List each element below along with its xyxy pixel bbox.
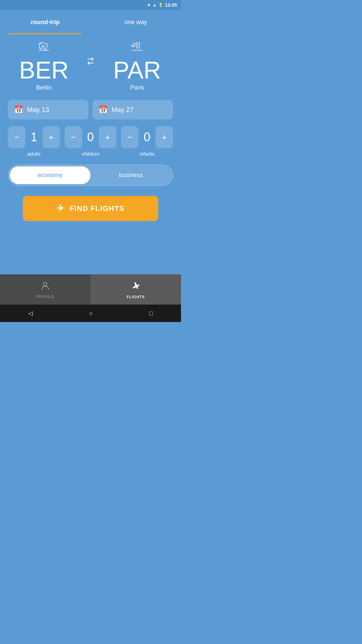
departure-date-label: May 13	[27, 106, 49, 114]
android-nav-bar: ◁ ○ □	[0, 305, 181, 322]
trip-type-tabs: round-trip one way	[0, 10, 181, 34]
children-label: children	[82, 151, 100, 157]
wifi-icon: ▼	[146, 3, 151, 8]
back-button[interactable]: ◁	[28, 310, 33, 317]
adults-counter: − 1 +	[8, 126, 60, 148]
infants-count: 0	[138, 130, 156, 144]
origin-name: Berlin	[36, 84, 52, 91]
economy-class-option[interactable]: economy	[10, 166, 90, 184]
infants-label: infants	[140, 151, 155, 157]
swap-airports-button[interactable]	[83, 54, 98, 68]
destination-name: Paris	[130, 84, 144, 91]
return-calendar-icon: 📅	[99, 105, 108, 114]
adults-count: 1	[25, 130, 43, 144]
children-group: − 0 + children	[65, 126, 117, 157]
destination-code: PAR	[113, 58, 161, 82]
home-button[interactable]: ○	[89, 310, 93, 317]
bottom-nav: PROFILE FLIGHTS	[0, 274, 181, 305]
origin-airport[interactable]: BER Berlin	[8, 41, 80, 91]
tab-one-way[interactable]: one way	[90, 10, 181, 34]
nav-flights[interactable]: FLIGHTS	[90, 274, 181, 305]
passengers-row: − 1 + adults − 0 + children	[8, 126, 173, 157]
find-flights-label: FIND FLIGHTS	[70, 204, 125, 213]
adults-group: − 1 + adults	[8, 126, 60, 157]
adults-label: adults	[27, 151, 41, 157]
children-count: 0	[82, 130, 99, 144]
profile-icon	[41, 281, 50, 292]
tab-round-trip[interactable]: round-trip	[0, 10, 90, 34]
airports-row: BER Berlin PAR Paris	[8, 41, 173, 91]
children-decrement-button[interactable]: −	[65, 126, 82, 148]
find-flights-plane-icon: ✈	[57, 203, 64, 214]
children-counter: − 0 +	[65, 126, 117, 148]
class-selector: economy business	[8, 165, 173, 186]
recent-apps-button[interactable]: □	[149, 310, 153, 317]
takeoff-icon	[38, 41, 50, 55]
adults-decrement-button[interactable]: −	[8, 126, 25, 148]
infants-group: − 0 + infants	[121, 126, 173, 157]
infants-increment-button[interactable]: +	[156, 126, 173, 148]
business-class-option[interactable]: business	[90, 166, 171, 184]
signal-icon: ▲	[153, 3, 157, 7]
nav-profile[interactable]: PROFILE	[0, 274, 90, 305]
children-increment-button[interactable]: +	[99, 126, 116, 148]
adults-increment-button[interactable]: +	[43, 126, 60, 148]
profile-nav-label: PROFILE	[36, 294, 54, 299]
return-date-label: May 27	[112, 106, 134, 114]
infants-decrement-button[interactable]: −	[121, 126, 138, 148]
find-flights-button[interactable]: ✈ FIND FLIGHTS	[23, 196, 158, 221]
battery-icon: 🔋	[158, 3, 163, 7]
return-date-button[interactable]: 📅 May 27	[93, 100, 173, 119]
infants-counter: − 0 +	[121, 126, 173, 148]
date-row: 📅 May 13 📅 May 27	[8, 100, 173, 119]
flights-nav-label: FLIGHTS	[127, 295, 145, 299]
flights-nav-icon	[131, 280, 141, 293]
landing-icon	[131, 41, 143, 55]
destination-airport[interactable]: PAR Paris	[101, 41, 173, 91]
departure-calendar-icon: 📅	[14, 105, 23, 114]
status-time: 13:05	[165, 2, 177, 8]
status-icons: ▼ ▲ 🔋 13:05	[146, 2, 177, 8]
departure-date-button[interactable]: 📅 May 13	[8, 100, 88, 119]
status-bar: ▼ ▲ 🔋 13:05	[0, 0, 181, 10]
origin-code: BER	[19, 58, 69, 82]
main-content: BER Berlin PAR Paris 📅 May 13	[0, 34, 181, 274]
svg-point-0	[44, 282, 47, 286]
